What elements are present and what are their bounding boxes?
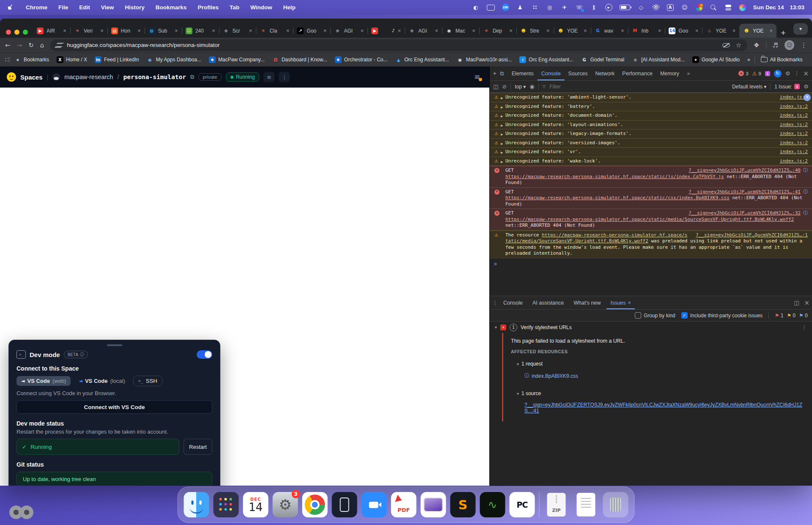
inspect-element-icon[interactable]: ⌖ [493, 70, 496, 77]
back-button[interactable]: ← [5, 41, 11, 49]
menu-help[interactable]: Help [283, 4, 296, 11]
devtools-tab[interactable]: Memory [656, 66, 683, 80]
request-info-icon[interactable]: ⓘ [803, 168, 808, 174]
assistant-icon[interactable]: ♟ [516, 4, 524, 11]
password-eye-off-icon[interactable] [722, 42, 730, 48]
live-expression-icon[interactable]: ◉ [529, 83, 534, 90]
tab-close-icon[interactable]: × [435, 27, 438, 34]
search-tabs-button[interactable]: ▾ [793, 23, 808, 35]
source-link[interactable]: index.js:2 [780, 113, 808, 119]
forward-button[interactable]: → [17, 41, 22, 49]
space-menu-button[interactable]: ⋮ [279, 72, 290, 82]
record-icon[interactable]: ◎ [546, 4, 554, 11]
request-info-icon[interactable]: ⓘ [803, 189, 808, 195]
ai-hint-icon[interactable]: ✦ [804, 94, 811, 101]
issue-row[interactable]: ▾ × 1 Verify stylesheet URLs ⋮ [490, 322, 812, 333]
bookmark-item[interactable]: X Home / X [53, 55, 91, 64]
space-header-menu-toggle[interactable]: ≡ [472, 72, 482, 81]
expand-caret-icon[interactable]: ▶ [501, 95, 503, 102]
control-center-icon[interactable] [724, 4, 732, 11]
bluetooth-icon[interactable]: ᛒ [590, 4, 598, 11]
sync-button[interactable]: ↻ [774, 70, 782, 77]
breadcrumb-repo[interactable]: persona-simulator [123, 74, 186, 80]
new-tab-button[interactable]: + [776, 28, 790, 38]
expand-caret-icon[interactable]: ▶ [501, 113, 503, 120]
display-icon[interactable] [487, 5, 495, 11]
drawer-close-icon[interactable]: × [804, 299, 809, 307]
bookmark-item[interactable]: in Feed | LinkedIn [91, 55, 143, 64]
photos-icon[interactable] [696, 4, 702, 11]
tab-close-icon[interactable]: × [100, 27, 104, 34]
tab-close-icon[interactable]: × [770, 27, 773, 34]
source-link[interactable]: index.js:2 [780, 140, 808, 146]
drawer-tab[interactable]: Issues× [606, 296, 634, 309]
dock-finder[interactable] [184, 492, 209, 517]
vpn-icon[interactable]: ✈ [561, 4, 568, 11]
bookmark-item[interactable]: ⚡ Orc Eng Assistant... [516, 55, 576, 64]
restart-button[interactable]: Restart [184, 439, 212, 455]
request-file-link[interactable]: ⓘ index.BpABIXK9.css [524, 372, 804, 379]
apple-logo-icon[interactable] [8, 4, 14, 11]
tab-close-icon[interactable]: × [628, 300, 631, 306]
vscode-local-tab[interactable]: ◄ VS Code(local) [74, 376, 129, 386]
tab-close-icon[interactable]: × [732, 27, 736, 34]
bookmark-item[interactable]: ❖ MacPaw Company... [206, 55, 268, 64]
browser-tab[interactable]: ◍ Sub × [145, 24, 182, 38]
copy-icon[interactable]: ⧉ [190, 74, 194, 80]
tab-close-icon[interactable]: × [584, 27, 587, 34]
expand-caret-icon[interactable]: ▶ [501, 123, 503, 129]
all-bookmarks-button[interactable]: All Bookmarks [757, 55, 806, 64]
dock-preview[interactable] [421, 492, 446, 517]
dock-pycharm[interactable]: PC [510, 492, 535, 517]
device-toolbar-icon[interactable]: ⧉ [500, 70, 504, 77]
drawer-tab[interactable]: Console [499, 296, 529, 309]
group-by-kind-checkbox[interactable]: Group by kind [635, 312, 675, 319]
panel-drag-handle[interactable] [107, 344, 122, 346]
browser-tab[interactable]: ◉ Mac × [442, 24, 479, 38]
browser-tab[interactable]: ⊕ AGI × [330, 24, 368, 38]
expand-caret-icon[interactable]: ▶ [501, 159, 503, 165]
expand-caret-icon[interactable]: ▶ [501, 141, 503, 147]
fullscreen-window-button[interactable] [23, 30, 28, 35]
wifi-icon[interactable] [652, 5, 660, 10]
browser-tab[interactable]: ✳ Dep × [479, 24, 516, 38]
launcher-icon[interactable]: ∷ [531, 4, 539, 11]
profile-avatar[interactable]: ☺ [785, 40, 794, 50]
dock-pdf-expert[interactable]: PDF [391, 492, 417, 517]
camera-widget[interactable] [9, 506, 33, 519]
browser-tab[interactable]: ☺ 240 × [182, 24, 219, 38]
tab-close-icon[interactable]: × [324, 27, 327, 34]
expand-caret-icon[interactable]: ▶ [501, 104, 503, 111]
reload-button[interactable]: ↻ [28, 41, 34, 49]
devtools-close-icon[interactable]: × [803, 70, 809, 77]
menu-clock[interactable]: Sun Dec 1413:03 [753, 4, 804, 11]
clear-console-icon[interactable]: ⊘ [502, 83, 507, 90]
expand-caret-icon[interactable]: ▶ [501, 150, 503, 156]
bookmark-item[interactable]: ⊕ [AI Assistant Mod... [628, 55, 688, 64]
request-sign-link[interactable]: ?__sign=eyJhbGciOiJF…ucmVhZCI6dHJ1ZS…:40 [689, 168, 801, 174]
menu-view[interactable]: View [101, 4, 114, 11]
ssh-tab[interactable]: >_ SSH [133, 376, 162, 386]
dock-waveform-app[interactable]: ∿ [480, 492, 505, 517]
apps-grid-icon[interactable]: ∷ [5, 56, 9, 63]
site-settings-icon[interactable] [56, 43, 62, 48]
url-text[interactable]: huggingface.co/spaces/macpaw-research/pe… [67, 42, 219, 48]
browser-tab[interactable]: ♨ YOE × [702, 24, 739, 38]
media-controls-icon[interactable]: ♬ [773, 41, 778, 49]
error-count[interactable]: × 3 [738, 71, 748, 76]
huggingface-logo-icon[interactable] [7, 72, 16, 82]
menu-tab[interactable]: Tab [230, 4, 239, 11]
tab-close-icon[interactable]: × [398, 27, 401, 34]
source-link[interactable]: index.js:2 [780, 104, 808, 110]
running-status-badge[interactable]: Running [226, 72, 260, 82]
log-levels-dropdown[interactable]: Default levels ▾ [732, 84, 766, 90]
connect-vscode-button[interactable]: Connect with VS Code [16, 400, 212, 414]
request-url-link[interactable]: https://macpaw-research-persona-simulato… [505, 174, 724, 179]
bookmark-item[interactable]: ✦ Google AI Studio [689, 55, 743, 64]
menu-edit[interactable]: Edit [79, 4, 90, 11]
menu-file[interactable]: File [58, 4, 68, 11]
browser-tab[interactable]: ▤ Hon × [107, 24, 145, 38]
bookmark-item[interactable]: Ω Dashboard | Know... [269, 55, 331, 64]
dock-iphone-mirroring[interactable] [332, 492, 357, 517]
source-link[interactable]: index.js:2 [780, 149, 808, 155]
